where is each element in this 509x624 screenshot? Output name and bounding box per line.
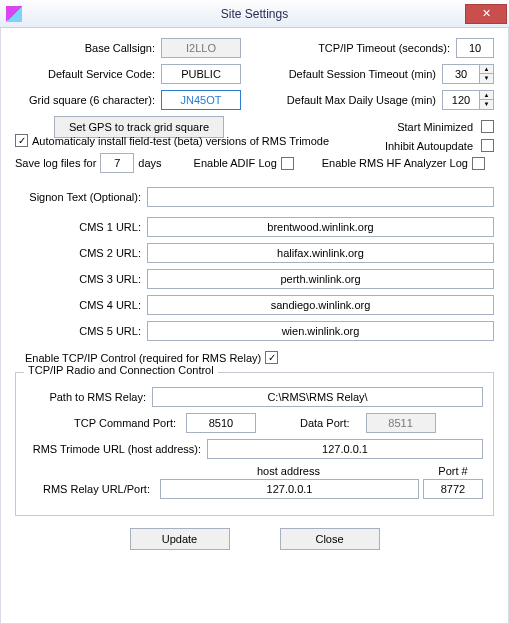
enable-adif-label: Enable ADIF Log xyxy=(194,157,277,169)
max-daily-field[interactable] xyxy=(442,90,480,110)
cms1-field[interactable] xyxy=(147,217,494,237)
cms3-label: CMS 3 URL: xyxy=(15,273,141,285)
cms5-field[interactable] xyxy=(147,321,494,341)
client-area: Base Callsign: Default Service Code: Gri… xyxy=(0,28,509,624)
host-address-header: host address xyxy=(154,465,423,477)
cms5-label: CMS 5 URL: xyxy=(15,325,141,337)
save-log-label-post: days xyxy=(138,157,161,169)
base-callsign-label: Base Callsign: xyxy=(15,42,155,54)
cms4-field[interactable] xyxy=(147,295,494,315)
cms3-field[interactable] xyxy=(147,269,494,289)
port-header: Port # xyxy=(423,465,483,477)
cms4-label: CMS 4 URL: xyxy=(15,299,141,311)
enable-tcpctrl-label: Enable TCP/IP Control (required for RMS … xyxy=(25,352,261,364)
rms-path-field[interactable] xyxy=(152,387,483,407)
start-minimized-checkbox[interactable] xyxy=(481,120,494,133)
base-callsign-field xyxy=(161,38,241,58)
max-daily-label: Default Max Daily Usage (min) xyxy=(287,94,436,106)
session-timeout-stepper[interactable]: ▲▼ xyxy=(442,64,494,84)
session-timeout-label: Default Session Timeout (min) xyxy=(289,68,436,80)
cmd-port-field[interactable] xyxy=(186,413,256,433)
service-code-label: Default Service Code: xyxy=(15,68,155,80)
cms1-label: CMS 1 URL: xyxy=(15,221,141,233)
trimode-url-label: RMS Trimode URL (host address): xyxy=(26,443,201,455)
window-title: Site Settings xyxy=(0,7,509,21)
grid-label: Grid square (6 character): xyxy=(15,94,155,106)
enable-tcpctrl-checkbox[interactable]: ✓ xyxy=(265,351,278,364)
cmd-port-label: TCP Command Port: xyxy=(26,417,176,429)
enable-analyzer-checkbox[interactable] xyxy=(472,157,485,170)
relay-port-field[interactable] xyxy=(423,479,483,499)
save-log-days-field[interactable] xyxy=(100,153,134,173)
enable-analyzer-label: Enable RMS HF Analyzer Log xyxy=(322,157,468,169)
session-timeout-field[interactable] xyxy=(442,64,480,84)
start-minimized-label: Start Minimized xyxy=(397,121,473,133)
spinner-icon[interactable]: ▲▼ xyxy=(480,64,494,84)
save-log-label-pre: Save log files for xyxy=(15,157,96,169)
tcp-timeout-field[interactable] xyxy=(456,38,494,58)
signon-field[interactable] xyxy=(147,187,494,207)
titlebar: Site Settings ✕ xyxy=(0,0,509,28)
tcpctrl-group: TCP/IP Radio and Connection Control Path… xyxy=(15,372,494,516)
inhibit-autoupdate-label: Inhibit Autoupdate xyxy=(385,140,473,152)
tcp-timeout-label: TCP/IP Timeout (seconds): xyxy=(318,42,450,54)
inhibit-autoupdate-checkbox[interactable] xyxy=(481,139,494,152)
enable-adif-checkbox[interactable] xyxy=(281,157,294,170)
tcpctrl-legend: TCP/IP Radio and Connection Control xyxy=(24,364,218,376)
cms2-field[interactable] xyxy=(147,243,494,263)
signon-label: Signon Text (Optional): xyxy=(15,191,141,203)
auto-install-label: Automaticaly install field-test (beta) v… xyxy=(32,135,329,147)
data-port-field xyxy=(366,413,436,433)
relay-url-label: RMS Relay URL/Port: xyxy=(26,483,150,495)
cms2-label: CMS 2 URL: xyxy=(15,247,141,259)
grid-field[interactable] xyxy=(161,90,241,110)
close-button[interactable]: Close xyxy=(280,528,380,550)
relay-url-field[interactable] xyxy=(160,479,419,499)
trimode-url-field[interactable] xyxy=(207,439,483,459)
data-port-label: Data Port: xyxy=(300,417,350,429)
rms-path-label: Path to RMS Relay: xyxy=(26,391,146,403)
spinner-icon[interactable]: ▲▼ xyxy=(480,90,494,110)
auto-install-checkbox[interactable]: ✓ xyxy=(15,134,28,147)
update-button[interactable]: Update xyxy=(130,528,230,550)
service-code-field[interactable] xyxy=(161,64,241,84)
max-daily-stepper[interactable]: ▲▼ xyxy=(442,90,494,110)
